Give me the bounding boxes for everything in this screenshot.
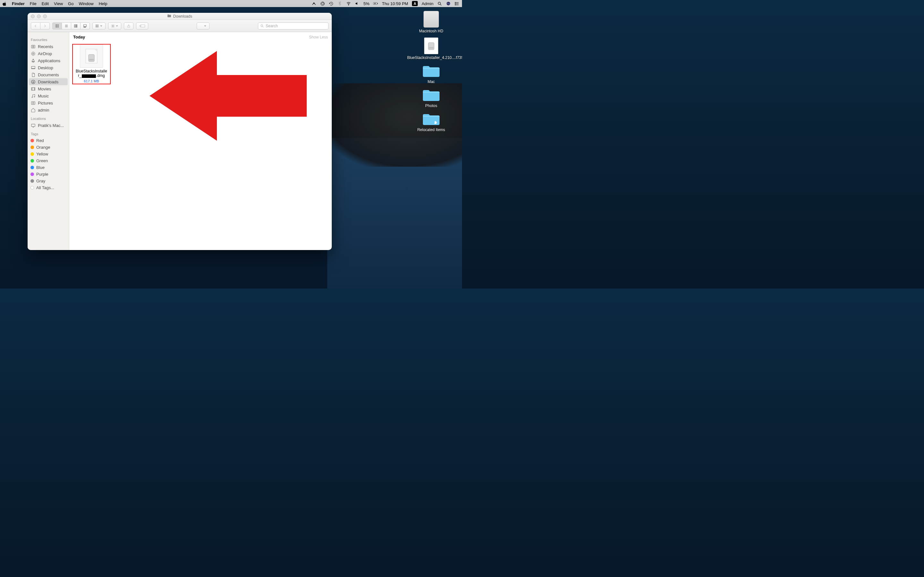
clock-drive-icon bbox=[31, 44, 36, 49]
sidebar-tag-yellow[interactable]: Yellow bbox=[27, 151, 69, 157]
finder-window: Downloads Search bbox=[27, 13, 332, 250]
sidebar-item-documents[interactable]: Documents bbox=[27, 71, 69, 78]
sidebar-item-movies[interactable]: Movies bbox=[27, 85, 69, 92]
svg-point-32 bbox=[113, 25, 113, 26]
sidebar-tag-green[interactable]: Green bbox=[27, 157, 69, 164]
list-view-button[interactable] bbox=[62, 23, 71, 29]
folder-icon bbox=[422, 88, 441, 102]
menu-help[interactable]: Help bbox=[99, 1, 107, 6]
tag-dot-icon bbox=[31, 145, 34, 149]
show-less-button[interactable]: Show Less bbox=[309, 35, 328, 39]
tag-dot-icon bbox=[31, 172, 34, 176]
sidebar-item-remote-mac[interactable]: Pratik's Mac... bbox=[27, 122, 69, 129]
sidebar-tag-orange[interactable]: Orange bbox=[27, 144, 69, 151]
volume-icon[interactable] bbox=[355, 1, 360, 6]
finder-sidebar: Favourites Recents AirDrop Applications … bbox=[27, 32, 69, 250]
svg-rect-22 bbox=[75, 25, 76, 27]
tag-dot-icon bbox=[31, 179, 34, 183]
svg-marker-63 bbox=[150, 51, 307, 141]
apple-menu-icon[interactable] bbox=[3, 2, 7, 6]
applications-icon bbox=[31, 58, 36, 63]
file-item-bluestacks-dmg[interactable]: BlueStacksInstalle r_.dmg 617.1 MB bbox=[73, 45, 110, 83]
tag-empty-icon bbox=[31, 186, 34, 189]
desktop-item-label: BlueStacksInstaller_4.210....f735.dmg bbox=[407, 55, 455, 60]
window-minimize-button[interactable] bbox=[37, 15, 41, 18]
tag-dot-icon bbox=[31, 139, 34, 142]
path-dropdown-button[interactable] bbox=[197, 23, 210, 29]
search-placeholder: Search bbox=[266, 24, 278, 28]
clock[interactable]: Thu 10:59 PM bbox=[382, 1, 408, 6]
battery-icon[interactable] bbox=[373, 1, 378, 6]
menu-view[interactable]: View bbox=[54, 1, 63, 6]
sidebar-all-tags[interactable]: All Tags... bbox=[27, 184, 69, 191]
sidebar-item-airdrop[interactable]: AirDrop bbox=[27, 50, 69, 57]
menu-file[interactable]: File bbox=[30, 1, 37, 6]
spotlight-icon[interactable] bbox=[437, 1, 442, 6]
tags-button[interactable] bbox=[136, 23, 148, 29]
sidebar-item-music[interactable]: Music bbox=[27, 92, 69, 99]
sidebar-item-recents[interactable]: Recents bbox=[27, 43, 69, 50]
wifi-alt-icon[interactable] bbox=[312, 1, 317, 6]
svg-rect-4 bbox=[377, 3, 378, 4]
svg-rect-17 bbox=[57, 26, 59, 27]
bluetooth-icon[interactable] bbox=[338, 1, 342, 6]
sidebar-item-pictures[interactable]: Pictures bbox=[27, 99, 69, 106]
sidebar-item-label: admin bbox=[38, 108, 49, 113]
user-menu[interactable]: Admin bbox=[422, 1, 433, 6]
window-close-button[interactable] bbox=[31, 15, 35, 18]
sidebar-item-admin[interactable]: admin bbox=[27, 106, 69, 113]
desktop-item-folder-photos[interactable]: Photos bbox=[407, 88, 455, 108]
share-button[interactable] bbox=[124, 23, 134, 29]
creative-cloud-icon[interactable] bbox=[320, 1, 325, 6]
menu-edit[interactable]: Edit bbox=[42, 1, 49, 6]
desktop-item-folder-relocated[interactable]: Relocated Items bbox=[407, 112, 455, 132]
sidebar-item-label: Pictures bbox=[38, 101, 53, 105]
window-zoom-button[interactable] bbox=[43, 15, 47, 18]
battery-percent[interactable]: 5% bbox=[363, 1, 370, 6]
group-label: Today bbox=[73, 35, 85, 39]
menu-app-name[interactable]: Finder bbox=[12, 1, 25, 6]
desktop-item-macintosh-hd[interactable]: Macintosh HD bbox=[407, 11, 455, 34]
sidebar-item-downloads[interactable]: Downloads bbox=[29, 78, 68, 85]
finder-content: Today Show Less BlueStacksInstalle r_.dm… bbox=[69, 32, 332, 250]
sidebar-item-applications[interactable]: Applications bbox=[27, 57, 69, 64]
column-view-button[interactable] bbox=[71, 23, 81, 29]
svg-rect-45 bbox=[31, 87, 35, 90]
forward-button[interactable] bbox=[40, 23, 50, 29]
desktop-item-label: Mac bbox=[407, 79, 455, 84]
input-source-icon[interactable]: A bbox=[412, 1, 418, 6]
svg-point-34 bbox=[141, 26, 141, 26]
window-title: Downloads bbox=[173, 14, 192, 19]
notification-center-icon[interactable] bbox=[455, 1, 459, 6]
desktop-item-bluestacks-dmg[interactable]: BlueStacksInstaller_4.210....f735.dmg bbox=[407, 37, 455, 60]
search-field[interactable]: Search bbox=[258, 23, 328, 29]
action-button[interactable] bbox=[108, 23, 121, 29]
svg-rect-21 bbox=[74, 25, 75, 27]
sidebar-item-desktop[interactable]: Desktop bbox=[27, 64, 69, 71]
search-icon bbox=[260, 24, 264, 28]
icon-view-button[interactable] bbox=[52, 23, 62, 29]
svg-rect-25 bbox=[84, 27, 84, 27]
svg-line-6 bbox=[440, 4, 441, 5]
menu-go[interactable]: Go bbox=[68, 1, 73, 6]
sidebar-tag-purple[interactable]: Purple bbox=[27, 171, 69, 177]
menu-window[interactable]: Window bbox=[79, 1, 94, 6]
svg-point-55 bbox=[32, 102, 34, 103]
downloads-icon bbox=[31, 79, 36, 84]
back-button[interactable] bbox=[31, 23, 40, 29]
sidebar-tag-blue[interactable]: Blue bbox=[27, 164, 69, 171]
group-by-button[interactable] bbox=[92, 23, 105, 29]
folder-icon bbox=[422, 64, 441, 78]
gallery-view-button[interactable] bbox=[81, 23, 90, 29]
time-machine-icon[interactable] bbox=[329, 1, 334, 6]
tag-dot-icon bbox=[31, 152, 34, 156]
sidebar-tag-red[interactable]: Red bbox=[27, 137, 69, 144]
sidebar-tag-gray[interactable]: Gray bbox=[27, 177, 69, 184]
annotation-highlight-box bbox=[72, 44, 111, 84]
folder-icon bbox=[167, 14, 171, 18]
tag-dot-icon bbox=[31, 159, 34, 163]
siri-icon[interactable] bbox=[446, 1, 451, 6]
wifi-icon[interactable] bbox=[346, 1, 351, 6]
sidebar-item-label: Yellow bbox=[36, 152, 48, 156]
desktop-item-folder-mac[interactable]: Mac bbox=[407, 64, 455, 84]
